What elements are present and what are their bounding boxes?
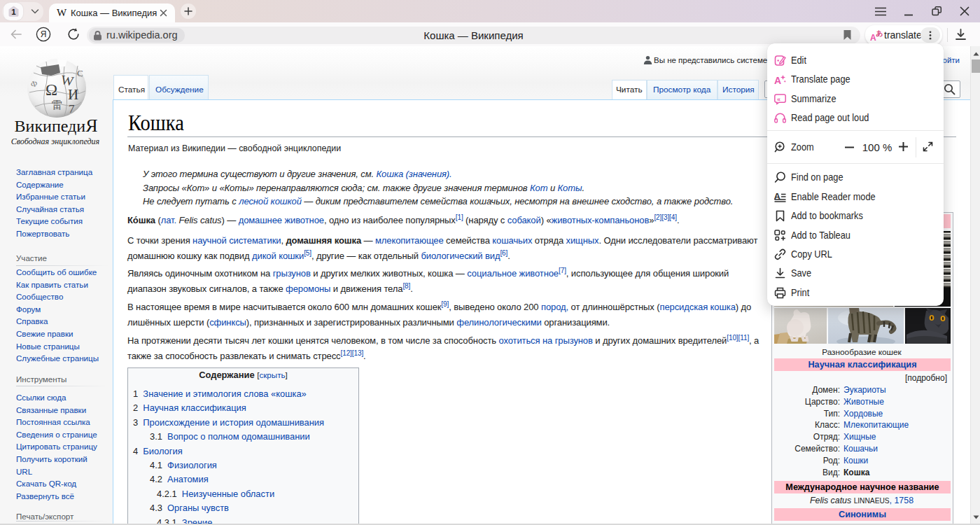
svg-text:И: И <box>68 86 78 103</box>
svg-text:Я: Я <box>41 29 47 39</box>
svg-text:7: 7 <box>69 102 75 115</box>
svg-text:A: A <box>774 75 781 85</box>
svg-text:Ω: Ω <box>46 81 57 99</box>
svg-text:あ: あ <box>876 29 883 37</box>
svg-text:1: 1 <box>11 8 16 16</box>
svg-text:雷: 雷 <box>52 99 62 111</box>
svg-text:С: С <box>77 68 83 78</box>
svg-text:«: « <box>777 95 780 102</box>
